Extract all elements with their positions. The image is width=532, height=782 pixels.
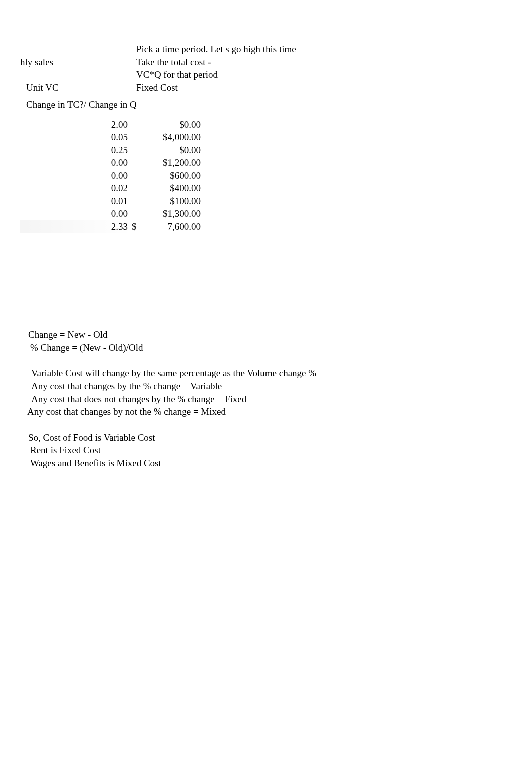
table-row: 0.01 $100.00	[20, 195, 201, 208]
header-left-1: hly sales	[20, 56, 136, 69]
cell-c: $400.00	[140, 182, 201, 195]
header-right-3: Fixed Cost	[136, 81, 321, 94]
cell-a: 0.02	[20, 182, 130, 195]
cell-c: $1,300.00	[140, 207, 201, 220]
header-left-0	[20, 43, 136, 56]
table-row: 0.00 $1,300.00	[20, 208, 201, 221]
data-table: 2.00 $0.00 0.05 $4,000.00 0.25 $0.00 0.0…	[20, 118, 201, 233]
note-line: Any cost that changes by the % change = …	[31, 380, 479, 393]
cell-c: $0.00	[140, 118, 201, 131]
cell-c: $1,200.00	[140, 156, 201, 169]
notes-block: Change = New - Old % Change = (New - Old…	[28, 328, 479, 470]
cell-c: $600.00	[140, 169, 201, 182]
cell-c: $4,000.00	[140, 131, 201, 144]
note-line: % Change = (New - Old)/Old	[30, 341, 479, 354]
cell-c: $100.00	[140, 195, 201, 208]
note-line: Rent is Fixed Cost	[30, 444, 479, 457]
cell-a: 2.33	[20, 220, 130, 233]
cell-a: 0.01	[20, 195, 130, 208]
table-row: 0.25 $0.00	[20, 144, 201, 157]
header-block: Pick a time period. Let s go high this t…	[20, 43, 321, 111]
cell-c: $0.00	[140, 144, 201, 157]
note-line: So, Cost of Food is Variable Cost	[28, 431, 479, 444]
cell-a: 0.00	[20, 156, 130, 169]
cell-a: 0.05	[20, 131, 130, 144]
table-row: 2.00 $0.00	[20, 118, 201, 131]
header-left-3: Unit VC	[20, 81, 136, 94]
header-right-1: Take the total cost -	[136, 56, 321, 69]
cell-c: 7,600.00	[140, 220, 201, 233]
table-row: 0.00 $600.00	[20, 169, 201, 182]
note-line: Change = New - Old	[28, 328, 479, 341]
table-row: 0.05 $4,000.00	[20, 131, 201, 144]
cell-a: 0.00	[20, 169, 130, 182]
header-row-4: Change in TC?/ Change in Q	[20, 98, 321, 111]
note-line: Wages and Benefits is Mixed Cost	[30, 457, 479, 470]
note-line: Variable Cost will change by the same pe…	[31, 367, 479, 380]
note-line: Any cost that changes by not the % chang…	[27, 405, 479, 418]
cell-a: 0.25	[20, 144, 130, 157]
table-row-total: 2.33 $ 7,600.00	[20, 220, 201, 233]
header-left-2	[20, 68, 136, 81]
table-row: 0.00 $1,200.00	[20, 157, 201, 170]
table-row: 0.02 $400.00	[20, 182, 201, 195]
cell-b: $	[130, 220, 140, 233]
header-right-2: VC*Q for that period	[136, 68, 321, 81]
cell-a: 0.00	[20, 207, 130, 220]
header-right-0: Pick a time period. Let s go high this t…	[136, 43, 321, 56]
cell-a: 2.00	[20, 118, 130, 131]
note-line: Any cost that does not changes by the % …	[31, 393, 479, 406]
